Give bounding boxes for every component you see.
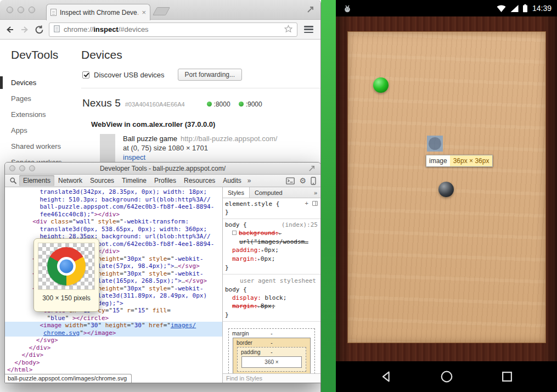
discover-usb-checkbox[interactable] [82,71,89,79]
devtools-tab-audits[interactable]: Audits [219,175,245,186]
device-row: Nexus 5 #03A404160A4E66A4 :8000:9000 [82,97,320,109]
browser-tabstrip: Inspect with Chrome Deve… × [0,0,320,20]
styles-overflow-chevron[interactable]: » [311,189,320,196]
cell-signal-icon [510,4,519,13]
code-token: ball-puzzle.appspot.com/642ec0b3-fb8f-4e… [40,203,214,210]
sidebar-item-devices[interactable]: Devices [0,75,81,91]
property-padding[interactable]: padding:0px; [225,246,319,255]
code-token: href [145,322,164,329]
styles-panel: Styles Computed » element.style { + } [222,187,320,383]
url-text: chrome://inspect/#devices [64,25,280,33]
style-pane-toggle-icon[interactable] [312,201,318,206]
image-dimensions-caption: 300 × 150 pixels [38,294,95,302]
console-drawer-icon[interactable] [286,177,295,184]
bookmark-star-icon[interactable] [284,25,292,35]
dark-ball[interactable] [438,182,454,197]
code-line[interactable]: ball-puzzle.appspot.com/642ec0b3-fb8f-4e… [5,203,222,211]
tab-styles[interactable]: Styles [223,187,250,198]
code-token: -webkit-transform: [123,218,189,225]
back-nav-button[interactable] [379,369,394,384]
box-model-diagram: margin - border - padding - 360 × [223,322,320,373]
code-line[interactable]: translate3d(342px, 28.35px, 0px); width:… [5,188,222,196]
settings-gear-icon[interactable]: ⚙ [299,177,306,184]
tab-close-icon[interactable]: × [142,9,146,16]
property-margin[interactable]: margin:0px; [225,255,319,264]
devtools-tab-sources[interactable]: Sources [86,175,118,186]
code-line[interactable]: <div class="wall" style="-webkit-transfo… [5,218,222,226]
forward-button[interactable] [19,24,30,35]
code-token: =" [127,322,134,329]
selected-code-line[interactable]: <image width="30" height="30" href="imag… [5,322,222,329]
sidebar-item-apps[interactable]: Apps [0,122,81,138]
code-link[interactable]: images/ [171,322,196,329]
tabs-overflow-chevron[interactable]: » [245,177,254,184]
minimize-window-button[interactable] [18,7,24,13]
menu-icon[interactable] [304,26,313,33]
home-nav-button[interactable] [439,369,454,384]
code-link[interactable]: chrome.svg [43,329,80,337]
new-style-rule-button[interactable]: + [305,200,308,206]
devtools-tab-elements[interactable]: Elements [19,175,54,186]
back-button[interactable] [4,24,15,35]
code-token: =" [167,255,174,262]
devtools-tab-timeline[interactable]: Timeline [118,175,150,186]
code-line[interactable]: translate3d(0px, 538.65px, 0px); width: … [5,226,222,233]
code-line[interactable]: </body> [5,359,222,367]
selected-code-line[interactable]: chrome.svg"></image> [5,329,222,337]
page-icon [54,25,60,34]
close-window-button[interactable] [9,165,15,171]
code-line[interactable]: height: 510.3px; background: url(blob:ht… [5,196,222,204]
device-mode-icon[interactable] [311,177,316,185]
property-display[interactable]: display: block; [225,294,319,302]
inspect-tooltip: image 36px × 36px [426,155,493,167]
reload-button[interactable] [34,24,45,35]
recents-nav-button[interactable] [499,369,515,384]
sidebar-item-extensions[interactable]: Extensions [0,107,81,122]
close-window-button[interactable] [7,7,13,13]
code-token: </div> [21,351,43,359]
new-tab-button[interactable] [153,7,170,15]
sidebar-item-pages[interactable]: Pages [0,91,81,107]
box-model-margin[interactable]: margin - border - padding - 360 × [228,328,315,373]
zoom-window-button[interactable] [29,7,35,13]
minimize-window-button[interactable] [19,165,25,171]
tab-computed[interactable]: Computed [250,187,288,198]
code-line[interactable]: </html> [5,366,222,374]
expand-icon[interactable] [308,164,317,173]
inspect-link[interactable]: inspect [123,153,277,162]
code-token: -webkit- [175,255,204,262]
property-checkbox[interactable] [232,231,237,235]
code-line[interactable]: </div> [5,344,222,352]
code-token: " [120,307,123,314]
devtools-tab-resources[interactable]: Resources [180,175,219,186]
address-bar[interactable]: chrome://inspect/#devices [49,23,297,37]
box-model-border[interactable]: border - padding - 360 × [233,338,311,373]
code-line[interactable]: </svg> [5,337,222,344]
code-line[interactable]: "blue" ></circle> [5,315,222,322]
browser-tab[interactable]: Inspect with Chrome Deve… × [46,4,150,20]
box-model-content[interactable]: 360 × [241,356,302,368]
property-margin-ua[interactable]: margin:8px; [225,302,319,311]
expand-icon[interactable] [306,4,316,14]
code-token: 30px [127,285,142,292]
code-token: 15 [112,307,120,314]
image-preview-tooltip: 300 × 150 pixels [33,238,99,312]
inspect-element-icon[interactable] [9,177,17,184]
property-background-value: url("images/woodsm… [225,238,319,246]
devtools-tab-list: ElementsNetworkSourcesTimelineProfilesRe… [19,175,245,186]
expand-arrow-icon[interactable] [279,231,282,236]
sidebar-item-shared-workers[interactable]: Shared workers [0,138,81,154]
devtools-tab-profiles[interactable]: Profiles [150,175,180,186]
devtools-tab-network[interactable]: Network [54,175,86,186]
port-forwarding-button[interactable]: Port forwarding... [178,69,242,81]
box-model-padding[interactable]: padding - 360 × [237,347,306,372]
green-ball[interactable] [373,77,389,93]
property-background[interactable]: background: [225,229,319,238]
rule-source-link[interactable]: (index):25 [282,221,318,229]
find-in-styles-input[interactable]: Find in Styles [223,373,320,383]
code-token: =" [167,285,174,292]
code-line[interactable]: </div> [5,351,222,359]
code-token: 15 [138,307,145,314]
zoom-window-button[interactable] [29,165,35,171]
code-line[interactable]: fee461cc40c8);"></div> [5,211,222,219]
